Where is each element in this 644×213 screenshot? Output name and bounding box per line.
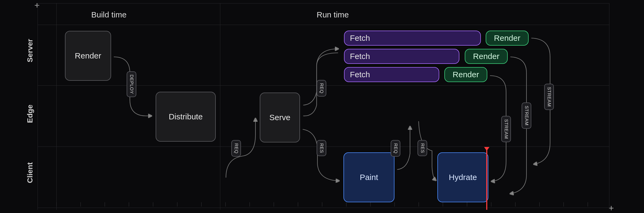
row-label-edge: Edge <box>26 105 34 123</box>
arrow-label-res: RES <box>418 140 427 156</box>
diagram-stage: Build time Run time Render Distribute Se… <box>38 3 609 210</box>
arrow-label-deploy: DEPLOY <box>127 71 136 97</box>
arrow-label-req: REQ <box>391 140 400 157</box>
arrow-label-stream: STREAM <box>501 116 511 142</box>
arrow-label-stream: STREAM <box>544 84 554 110</box>
arrow-label-req: REQ <box>317 80 326 97</box>
grid-line <box>609 3 609 210</box>
row-label-server: Server <box>26 39 34 62</box>
arrow-label-res: RES <box>317 140 326 156</box>
playhead-marker <box>486 150 487 210</box>
row-label-client: Client <box>26 162 34 183</box>
arrow-label-req: REQ <box>231 140 241 157</box>
arrow-label-stream: STREAM <box>522 102 531 129</box>
